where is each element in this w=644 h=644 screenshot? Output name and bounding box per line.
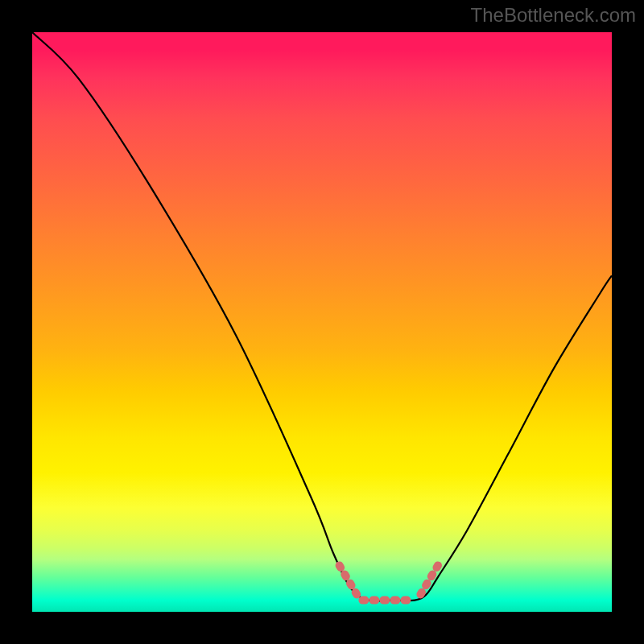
highlight-segments [340,565,438,600]
curve-svg [32,32,612,612]
main-curve-path [32,32,612,601]
chart-plot-area [32,32,612,612]
highlight-segment [340,565,357,594]
watermark-text: TheBottleneck.com [471,4,636,27]
